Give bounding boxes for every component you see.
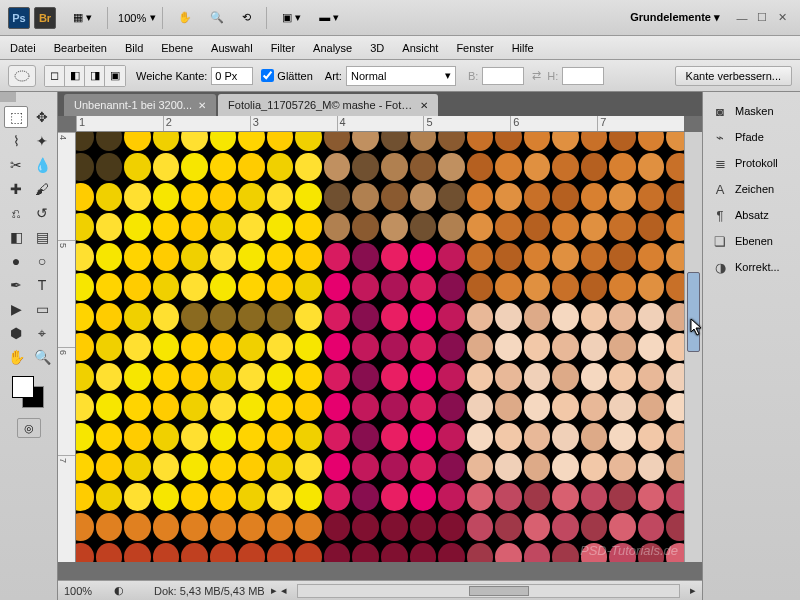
workspace-switcher[interactable]: Grundelemente ▾: [630, 11, 720, 24]
feather-label: Weiche Kante:: [136, 70, 207, 82]
layers-icon: ❏: [711, 233, 729, 249]
layout-dropdown[interactable]: ▦ ▾: [66, 7, 99, 28]
menu-ansicht[interactable]: Ansicht: [402, 42, 438, 54]
style-label: Art:: [325, 70, 342, 82]
menu-datei[interactable]: Datei: [10, 42, 36, 54]
foreground-color[interactable]: [12, 376, 34, 398]
hand-tool-icon[interactable]: ✋: [171, 7, 199, 28]
paths-icon: ⌁: [711, 129, 729, 145]
antialias-checkbox[interactable]: [261, 69, 274, 82]
horizontal-scrollbar[interactable]: [297, 584, 680, 598]
bridge-logo[interactable]: Br: [34, 7, 56, 29]
menu-3d[interactable]: 3D: [370, 42, 384, 54]
toolbox: ⬚ ✥ ⌇ ✦ ✂ 💧 ✚ 🖌 ⎌ ↺ ◧ ▤ ● ○ ✒ T ▶ ▭ ⬢ ⌖ …: [0, 92, 58, 600]
status-dropdown-icon[interactable]: ▸: [271, 584, 277, 597]
gradient-tool[interactable]: ▤: [30, 226, 54, 248]
svg-point-0: [15, 71, 29, 81]
move-tool[interactable]: ✥: [30, 106, 54, 128]
tab-close-icon[interactable]: ✕: [198, 100, 206, 111]
panel-korrekturen[interactable]: ◑Korrekt...: [707, 254, 796, 280]
menu-auswahl[interactable]: Auswahl: [211, 42, 253, 54]
width-input: [482, 67, 524, 85]
type-tool[interactable]: T: [30, 274, 54, 296]
shape-tool[interactable]: ▭: [30, 298, 54, 320]
eyedropper-tool[interactable]: 💧: [30, 154, 54, 176]
ruler-horizontal: 1234567: [76, 116, 684, 132]
status-zoom[interactable]: 100%: [64, 585, 114, 597]
arrange-dropdown[interactable]: ▣ ▾: [275, 7, 308, 28]
rotate-view-icon[interactable]: ⟲: [235, 7, 258, 28]
adjustments-icon: ◑: [711, 259, 729, 275]
3d-tool[interactable]: ⬢: [4, 322, 28, 344]
stamp-tool[interactable]: ⎌: [4, 202, 28, 224]
panel-dock: ◙Masken ⌁Pfade ≣Protokoll AZeichen ¶Absa…: [702, 92, 800, 600]
tab-fotolia[interactable]: Fotolia_11705726_M© mashe - Fotolia.com.…: [218, 94, 438, 116]
hand-tool[interactable]: ✋: [4, 346, 28, 368]
zoom-tool[interactable]: 🔍: [30, 346, 54, 368]
vertical-scrollbar[interactable]: [684, 132, 702, 562]
ruler-vertical: 4567: [58, 132, 76, 562]
tab-close-icon[interactable]: ✕: [420, 100, 428, 111]
menu-hilfe[interactable]: Hilfe: [512, 42, 534, 54]
heal-tool[interactable]: ✚: [4, 178, 28, 200]
photoshop-logo: Ps: [8, 7, 30, 29]
panel-masken[interactable]: ◙Masken: [707, 98, 796, 124]
zoom-level[interactable]: 100%: [118, 12, 146, 24]
marquee-tool[interactable]: ⬚: [4, 106, 28, 128]
menu-bearbeiten[interactable]: Bearbeiten: [54, 42, 107, 54]
zoom-tool-icon[interactable]: 🔍: [203, 7, 231, 28]
height-label: H:: [547, 70, 558, 82]
path-select-tool[interactable]: ▶: [4, 298, 28, 320]
pen-tool[interactable]: ✒: [4, 274, 28, 296]
lasso-tool[interactable]: ⌇: [4, 130, 28, 152]
antialias-label: Glätten: [277, 70, 312, 82]
refine-edge-button[interactable]: Kante verbessern...: [675, 66, 792, 86]
swap-wh-icon: ⇄: [532, 69, 541, 82]
history-brush-tool[interactable]: ↺: [30, 202, 54, 224]
panel-protokoll[interactable]: ≣Protokoll: [707, 150, 796, 176]
close-icon[interactable]: ✕: [775, 11, 789, 25]
width-label: B:: [468, 70, 478, 82]
panel-absatz[interactable]: ¶Absatz: [707, 202, 796, 228]
dodge-tool[interactable]: ○: [30, 250, 54, 272]
eraser-tool[interactable]: ◧: [4, 226, 28, 248]
blur-tool[interactable]: ●: [4, 250, 28, 272]
wand-tool[interactable]: ✦: [30, 130, 54, 152]
panel-zeichen[interactable]: AZeichen: [707, 176, 796, 202]
color-swatches[interactable]: [4, 376, 53, 412]
panel-ebenen[interactable]: ❏Ebenen: [707, 228, 796, 254]
history-icon: ≣: [711, 155, 729, 171]
status-docsize: Dok: 5,43 MB/5,43 MB: [154, 585, 265, 597]
sel-sub-icon[interactable]: ◨: [85, 66, 105, 86]
maximize-icon[interactable]: ☐: [755, 11, 769, 25]
minimize-icon[interactable]: —: [735, 11, 749, 25]
style-dropdown[interactable]: Normal▾: [346, 66, 456, 86]
panel-pfade[interactable]: ⌁Pfade: [707, 124, 796, 150]
menu-fenster[interactable]: Fenster: [456, 42, 493, 54]
selection-mode-group: ◻ ◧ ◨ ▣: [44, 65, 126, 87]
sel-intersect-icon[interactable]: ▣: [105, 66, 125, 86]
tab-unbenannt[interactable]: Unbenannt-1 bei 3200...✕: [64, 94, 216, 116]
paragraph-icon: ¶: [711, 207, 729, 223]
menu-ebene[interactable]: Ebene: [161, 42, 193, 54]
crop-tool[interactable]: ✂: [4, 154, 28, 176]
menu-filter[interactable]: Filter: [271, 42, 295, 54]
sel-add-icon[interactable]: ◧: [65, 66, 85, 86]
masks-icon: ◙: [711, 103, 729, 119]
screenmode-dropdown[interactable]: ▬ ▾: [312, 7, 346, 28]
character-icon: A: [711, 181, 729, 197]
brush-tool[interactable]: 🖌: [30, 178, 54, 200]
canvas[interactable]: PSD-Tutorials.de: [76, 132, 684, 562]
menu-analyse[interactable]: Analyse: [313, 42, 352, 54]
zoom-dropdown-icon[interactable]: ▾: [150, 11, 156, 24]
height-input: [562, 67, 604, 85]
sel-new-icon[interactable]: ◻: [45, 66, 65, 86]
status-info-icon[interactable]: ◐: [114, 584, 124, 597]
active-tool-ellipse[interactable]: [8, 65, 36, 87]
feather-input[interactable]: [211, 67, 253, 85]
menu-bild[interactable]: Bild: [125, 42, 143, 54]
quickmask-button[interactable]: ◎: [17, 418, 41, 438]
3d-camera-tool[interactable]: ⌖: [30, 322, 54, 344]
